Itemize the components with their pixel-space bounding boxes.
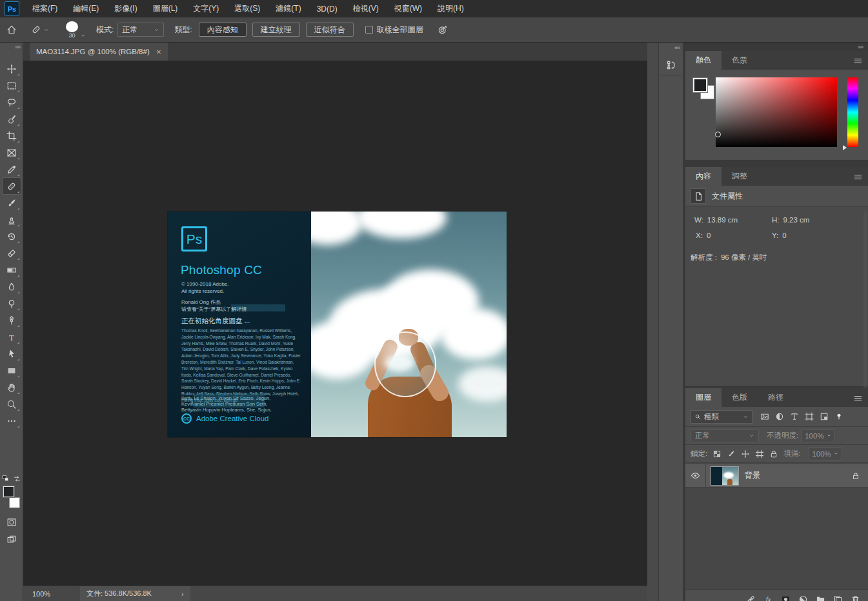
smart-object-filter-icon[interactable] <box>820 412 829 421</box>
expand-dock-icon[interactable]: »» <box>858 44 863 50</box>
tool-gradient-tool[interactable] <box>3 262 21 278</box>
menu-item-10[interactable]: 說明(H) <box>430 0 472 17</box>
menu-item-4[interactable]: 文字(Y) <box>185 0 227 17</box>
opacity-field[interactable]: 100% <box>802 429 835 442</box>
saturation-field[interactable] <box>716 77 837 147</box>
tab-properties[interactable]: 內容 <box>685 167 722 186</box>
status-chevron-icon[interactable]: › <box>181 590 184 598</box>
adjustment-layer-filter-icon[interactable] <box>775 412 784 421</box>
tool-move-tool[interactable] <box>3 61 21 77</box>
screen-mode-button[interactable] <box>3 531 21 547</box>
tab-adjustments[interactable]: 調整 <box>722 167 758 186</box>
panel-menu-icon[interactable] <box>853 393 863 403</box>
menu-item-1[interactable]: 編輯(E) <box>65 0 106 17</box>
lock-position-icon[interactable] <box>741 449 750 458</box>
link-layers-icon[interactable] <box>746 595 756 601</box>
default-swap-colors[interactable] <box>2 473 21 484</box>
delete-layer-icon[interactable] <box>851 595 860 601</box>
tool-history-brush-tool[interactable] <box>3 228 21 244</box>
type-layer-filter-icon[interactable] <box>790 412 799 421</box>
fill-field[interactable]: 100% <box>809 448 842 460</box>
menu-item-0[interactable]: 檔案(F) <box>25 0 65 17</box>
tool-path-selection-tool[interactable] <box>3 346 21 362</box>
tool-zoom-tool[interactable] <box>3 396 21 412</box>
tool-clone-stamp-tool[interactable] <box>3 212 21 228</box>
type-button-0[interactable]: 內容感知 <box>199 23 247 37</box>
tool-eraser-tool[interactable] <box>3 245 21 261</box>
tool-quick-selection-tool[interactable] <box>3 111 21 127</box>
tool-rectangle-tool[interactable] <box>3 362 21 379</box>
tool-preset-picker[interactable] <box>31 25 49 35</box>
collapse-dock-icon[interactable]: «« <box>674 44 680 51</box>
expand-toolbar-icon[interactable]: »» <box>15 44 20 50</box>
tab-channels[interactable]: 色版 <box>722 388 758 407</box>
tool-frame-tool[interactable] <box>3 144 21 161</box>
tool-spot-healing-brush-tool[interactable] <box>3 178 21 194</box>
type-button-2[interactable]: 近似符合 <box>306 23 354 37</box>
document-tab[interactable]: MAO3114.JPG @ 100% (RGB/8#) ✕ <box>30 43 168 61</box>
panel-menu-icon[interactable] <box>853 172 863 182</box>
type-button-1[interactable]: 建立紋理 <box>252 23 300 37</box>
scrollbar[interactable] <box>863 212 867 406</box>
hue-slider[interactable] <box>847 77 858 147</box>
tool-dodge-tool[interactable] <box>3 295 21 311</box>
history-panel-button[interactable] <box>661 54 681 76</box>
menu-item-7[interactable]: 3D(D) <box>309 0 345 17</box>
lock-all-icon[interactable] <box>769 449 778 458</box>
brush-options[interactable]: 30 <box>66 21 86 39</box>
layer-filter-kind-select[interactable]: 種類 <box>691 410 752 424</box>
tool-marquee-tool[interactable] <box>3 77 21 94</box>
menu-item-6[interactable]: 濾鏡(T) <box>268 0 308 17</box>
tool-lasso-tool[interactable] <box>3 94 21 110</box>
tool-type-tool[interactable]: T <box>3 329 21 345</box>
blend-mode-select[interactable]: 正常 <box>691 429 759 442</box>
new-layer-icon[interactable] <box>833 595 843 601</box>
layer-row-background[interactable]: 背景 <box>685 464 868 488</box>
tab-color[interactable]: 顏色 <box>685 51 722 70</box>
menu-item-2[interactable]: 影像(I) <box>106 0 145 17</box>
canvas[interactable]: Ps Photoshop CC © 1990-2018 Adobe. All r… <box>23 61 647 586</box>
foreground-color-swatch[interactable] <box>3 486 14 497</box>
tool-hand-tool[interactable] <box>3 379 21 395</box>
lock-paint-icon[interactable] <box>727 449 736 458</box>
background-color-swatch[interactable] <box>9 497 20 508</box>
tool-pen-tool[interactable] <box>3 312 21 328</box>
foreground-color-swatch[interactable] <box>693 78 707 92</box>
mode-select[interactable]: 正常 <box>117 23 164 37</box>
layer-visibility-toggle[interactable] <box>685 464 706 488</box>
pixel-layer-filter-icon[interactable] <box>760 412 769 421</box>
tool-eyedropper-tool[interactable] <box>3 161 21 177</box>
adjustment-layer-icon[interactable] <box>798 595 808 601</box>
home-icon[interactable] <box>6 25 17 35</box>
menu-item-3[interactable]: 圖層(L) <box>145 0 186 17</box>
sample-all-layers-checkbox[interactable] <box>365 26 373 34</box>
tab-swatches[interactable]: 色票 <box>722 51 758 70</box>
default-colors-icon[interactable] <box>2 473 10 484</box>
hue-slider-arrow[interactable] <box>843 145 847 150</box>
tool-blur-tool[interactable] <box>3 279 21 295</box>
menu-item-9[interactable]: 視窗(W) <box>387 0 430 17</box>
tab-paths[interactable]: 路徑 <box>758 388 794 407</box>
new-group-icon[interactable] <box>816 595 825 601</box>
layer-mask-icon[interactable] <box>781 595 791 601</box>
tab-layers[interactable]: 圖層 <box>685 388 722 407</box>
tool-more-tools[interactable] <box>3 413 21 429</box>
lock-artboard-icon[interactable] <box>755 449 764 458</box>
shape-layer-filter-icon[interactable] <box>805 412 814 421</box>
swap-colors-icon[interactable] <box>13 473 21 484</box>
color-picker-marker[interactable] <box>715 132 721 137</box>
panel-menu-icon[interactable] <box>853 56 863 66</box>
layer-effects-icon[interactable]: fx <box>763 595 773 601</box>
layer-name[interactable]: 背景 <box>745 470 851 481</box>
open-image[interactable]: Ps Photoshop CC © 1990-2018 Adobe. All r… <box>168 212 507 437</box>
document-sizes-field[interactable]: 文件: 536.8K/536.8K › <box>80 586 190 601</box>
layer-thumbnail[interactable] <box>711 467 738 485</box>
lock-transparent-icon[interactable] <box>712 449 722 458</box>
zoom-level-field[interactable]: 100% <box>32 590 62 598</box>
quick-mask-button[interactable] <box>3 514 21 530</box>
tool-brush-tool[interactable] <box>3 195 21 211</box>
filter-toggle-icon[interactable] <box>834 412 843 421</box>
close-icon[interactable]: ✕ <box>156 48 161 55</box>
menu-item-8[interactable]: 檢視(V) <box>345 0 387 17</box>
tool-crop-tool[interactable] <box>3 128 21 144</box>
